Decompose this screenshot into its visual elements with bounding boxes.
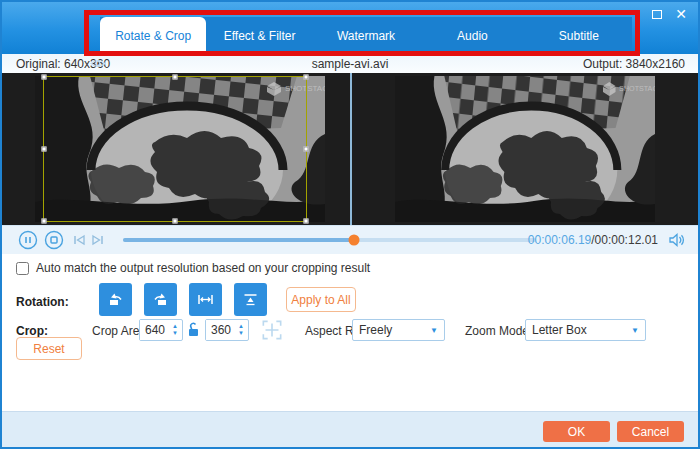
title-bar: ✕ Rotate & Crop Effect & Filter Watermar… bbox=[2, 2, 698, 54]
tab-subtitle[interactable]: Subtitle bbox=[526, 17, 632, 54]
stop-button[interactable] bbox=[44, 230, 64, 253]
total-time: 00:00:12.01 bbox=[595, 233, 658, 247]
apply-to-all-button[interactable]: Apply to All bbox=[286, 287, 356, 312]
tab-label: Watermark bbox=[337, 29, 395, 43]
footer-bar: OK Cancel bbox=[2, 411, 698, 447]
spinner-up-icon[interactable]: ▲ bbox=[238, 323, 244, 330]
crop-handle-top-center[interactable] bbox=[173, 75, 178, 80]
tab-label: Subtitle bbox=[559, 29, 599, 43]
flip-horizontal-button[interactable] bbox=[189, 283, 222, 316]
ok-button[interactable]: OK bbox=[543, 421, 610, 442]
rotation-label: Rotation: bbox=[16, 295, 69, 309]
crop-height-input[interactable] bbox=[206, 320, 234, 340]
rotate-crop-window: ✕ Rotate & Crop Effect & Filter Watermar… bbox=[0, 0, 700, 449]
preview-area: SHOTSTACK bbox=[2, 73, 698, 225]
crop-height-field: ▲ ▼ bbox=[205, 319, 249, 341]
auto-match-checkbox[interactable] bbox=[16, 262, 29, 275]
rotate-left-button[interactable] bbox=[99, 283, 132, 316]
spinner-down-icon[interactable]: ▼ bbox=[172, 330, 178, 337]
tab-effect-filter[interactable]: Effect & Filter bbox=[206, 17, 312, 54]
previous-frame-button[interactable] bbox=[72, 233, 87, 250]
chevron-down-icon: ▼ bbox=[430, 326, 438, 335]
flip-horizontal-icon bbox=[197, 291, 214, 308]
next-frame-button[interactable] bbox=[90, 233, 105, 250]
svg-text:SHOTSTACK: SHOTSTACK bbox=[619, 84, 655, 93]
zoom-mode-select[interactable]: Letter Box ▼ bbox=[525, 319, 646, 341]
center-crop-icon[interactable] bbox=[259, 317, 285, 346]
tab-label: Effect & Filter bbox=[224, 29, 296, 43]
zoom-mode-label: Zoom Mode: bbox=[465, 324, 532, 338]
volume-button[interactable] bbox=[668, 232, 685, 251]
reset-button[interactable]: Reset bbox=[16, 337, 82, 360]
aspect-ratio-select[interactable]: Freely ▼ bbox=[352, 319, 445, 341]
crop-handle-bottom-right[interactable] bbox=[304, 219, 309, 224]
maximize-button[interactable] bbox=[648, 6, 666, 22]
tab-label: Rotate & Crop bbox=[115, 29, 191, 43]
close-icon: ✕ bbox=[675, 6, 687, 22]
crop-handle-top-left[interactable] bbox=[42, 75, 47, 80]
tab-strip: Rotate & Crop Effect & Filter Watermark … bbox=[100, 17, 632, 54]
spinner-down-icon[interactable]: ▼ bbox=[238, 330, 244, 337]
flip-vertical-button[interactable] bbox=[234, 283, 267, 316]
auto-match-row: Auto match the output resolution based o… bbox=[16, 261, 370, 275]
playback-bar: 00:00:06.19/00:00:12.01 bbox=[2, 225, 698, 254]
spinner-up-icon[interactable]: ▲ bbox=[172, 323, 178, 330]
maximize-icon bbox=[652, 10, 662, 19]
rotate-right-button[interactable] bbox=[144, 283, 177, 316]
time-display: 00:00:06.19/00:00:12.01 bbox=[528, 233, 658, 247]
flip-vertical-icon bbox=[242, 291, 259, 308]
crop-handle-middle-right[interactable] bbox=[304, 147, 309, 152]
aspect-ratio-value: Freely bbox=[359, 323, 392, 337]
crop-handle-middle-left[interactable] bbox=[42, 147, 47, 152]
preview-pane-divider bbox=[350, 73, 352, 225]
auto-match-label: Auto match the output resolution based o… bbox=[36, 261, 370, 275]
crop-label: Crop: bbox=[16, 324, 48, 338]
aspect-lock-button[interactable] bbox=[187, 322, 200, 340]
crop-handle-bottom-left[interactable] bbox=[42, 219, 47, 224]
crop-handle-top-right[interactable] bbox=[304, 75, 309, 80]
crop-width-field: ▲ ▼ bbox=[139, 319, 183, 341]
timeline-slider[interactable] bbox=[123, 238, 536, 242]
crop-width-input[interactable] bbox=[140, 320, 168, 340]
output-resolution-label: Output: 3840x2160 bbox=[583, 57, 685, 71]
chevron-down-icon: ▼ bbox=[631, 326, 639, 335]
tab-watermark[interactable]: Watermark bbox=[313, 17, 419, 54]
tab-audio[interactable]: Audio bbox=[419, 17, 525, 54]
rotate-right-icon bbox=[152, 291, 169, 308]
crop-height-spinner: ▲ ▼ bbox=[234, 320, 248, 340]
close-button[interactable]: ✕ bbox=[672, 6, 690, 22]
crop-selection-box[interactable] bbox=[43, 76, 307, 222]
output-video-frame: SHOTSTACK bbox=[395, 76, 655, 222]
current-time: 00:00:06.19 bbox=[528, 233, 591, 247]
pause-button[interactable] bbox=[18, 230, 38, 253]
tab-rotate-crop[interactable]: Rotate & Crop bbox=[100, 17, 206, 54]
rotate-left-icon bbox=[107, 291, 124, 308]
cancel-button[interactable]: Cancel bbox=[617, 421, 684, 442]
timeline-progress bbox=[123, 238, 354, 242]
tab-label: Audio bbox=[457, 29, 488, 43]
crop-width-spinner: ▲ ▼ bbox=[168, 320, 182, 340]
info-bar: Original: 640x360 sample-avi.avi Output:… bbox=[2, 54, 698, 73]
crop-handle-bottom-center[interactable] bbox=[173, 219, 178, 224]
zoom-mode-value: Letter Box bbox=[532, 323, 587, 337]
timeline-knob[interactable] bbox=[349, 235, 360, 246]
